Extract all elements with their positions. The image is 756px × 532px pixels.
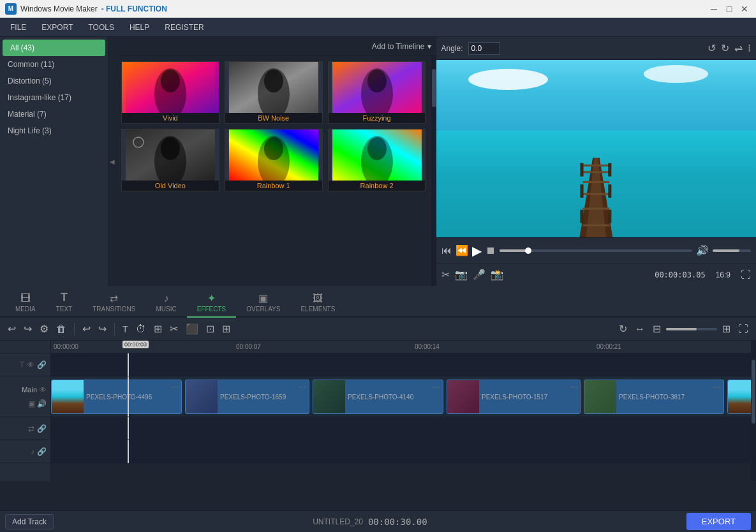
sub-track-swap-icon[interactable]: ⇄: [28, 424, 34, 433]
text-track-eye-icon[interactable]: 👁: [27, 360, 34, 369]
text-track-link-icon[interactable]: 🔗: [37, 360, 47, 369]
main-track-box-icon[interactable]: ▣: [28, 399, 35, 408]
tab-text[interactable]: T TEXT: [46, 287, 83, 318]
menu-tools[interactable]: TOOLS: [80, 20, 121, 34]
filter-material[interactable]: Material (7): [0, 106, 108, 122]
tab-effects[interactable]: ✦ EFFECTS: [187, 288, 237, 318]
flip-icon[interactable]: ⇌: [734, 42, 743, 54]
clip-4[interactable]: PEXELS-PHOTO-3817 ⋯: [584, 380, 724, 414]
mask-button[interactable]: ⊡: [204, 321, 217, 336]
filter-nightlife[interactable]: Night Life (3): [0, 122, 108, 139]
clip-3[interactable]: PEXELS-PHOTO-1517 ⋯: [447, 380, 581, 414]
text-add-button[interactable]: T: [120, 323, 131, 336]
zoom-slider[interactable]: [666, 328, 717, 330]
effect-bwnoise[interactable]: BW Noise: [225, 61, 323, 124]
tab-music[interactable]: ♪ MUSIC: [145, 289, 186, 318]
audio-track-link-icon[interactable]: 🔗: [37, 447, 47, 456]
menu-register[interactable]: REGISTER: [157, 20, 211, 34]
clip-5[interactable]: [727, 380, 751, 414]
sub-track-link-icon[interactable]: 🔗: [37, 424, 47, 433]
zoom-in-button[interactable]: ⊞: [720, 321, 733, 336]
effect-rainbow2[interactable]: Rainbow 2: [328, 129, 426, 191]
tab-overlays[interactable]: ▣ OVERLAYS: [236, 288, 290, 318]
expand-button[interactable]: ↔: [632, 322, 648, 336]
detach-button[interactable]: ↩: [80, 321, 93, 336]
crop-icon[interactable]: ✂: [441, 269, 450, 281]
sub-track-row[interactable]: [51, 417, 751, 440]
crop-timeline-button[interactable]: ⬛: [183, 321, 201, 336]
redo-icon[interactable]: ↻: [721, 42, 729, 54]
main-track-row[interactable]: PEXELS-PHOTO-4496 ⋯ PEXELS-PHOTO-1659 ⋯ …: [51, 376, 751, 417]
filter-instagram[interactable]: Instagram-like (17): [0, 89, 108, 106]
cursor-line-main: [128, 376, 129, 417]
clip-1-menu[interactable]: ⋯: [299, 383, 306, 392]
redo-button[interactable]: ↪: [21, 321, 34, 336]
angle-input[interactable]: [468, 42, 500, 55]
effect-oldvideo[interactable]: Old Video: [121, 129, 219, 191]
split-button[interactable]: ✂: [167, 321, 181, 336]
zoom-out-button[interactable]: ⊟: [650, 321, 663, 336]
tab-elements[interactable]: 🖼 ELEMENTS: [290, 289, 345, 318]
skip-start-button[interactable]: ⏮: [441, 245, 452, 256]
track-content[interactable]: 00:00:00 00:00:07 00:00:14 00:00:21 00:0…: [51, 341, 751, 481]
progress-bar[interactable]: [500, 249, 693, 252]
close-button[interactable]: ✕: [738, 3, 751, 15]
clip-2[interactable]: PEXELS-PHOTO-4140 ⋯: [313, 380, 443, 414]
undo-button[interactable]: ↩: [5, 321, 19, 336]
stop-button[interactable]: ⏹: [485, 245, 496, 256]
filter-distortion[interactable]: Distortion (5): [0, 73, 108, 89]
effect-fuzzying[interactable]: Fuzzying: [328, 61, 426, 124]
minimize-button[interactable]: ─: [708, 3, 720, 15]
screenshot-icon[interactable]: 📸: [491, 269, 503, 281]
window-controls[interactable]: ─ □ ✕: [708, 3, 751, 15]
tab-media[interactable]: 🎞 MEDIA: [5, 289, 46, 318]
filter-common[interactable]: Common (11): [0, 56, 108, 73]
prev-frame-button[interactable]: ⏪: [456, 244, 468, 256]
cursor-head[interactable]: 00:00:03: [122, 341, 149, 348]
add-track-button[interactable]: Add Track: [5, 514, 54, 529]
menu-export[interactable]: EXPORT: [34, 20, 80, 34]
audio-track-note-icon[interactable]: ♪: [31, 447, 34, 456]
progress-thumb: [525, 248, 531, 254]
audio-track-row[interactable]: [51, 440, 751, 463]
settings-button[interactable]: ⚙: [37, 321, 51, 336]
export-button[interactable]: EXPORT: [686, 513, 751, 530]
main-track-eye-icon[interactable]: 👁: [39, 385, 47, 394]
sidebar-collapse-handle[interactable]: ◀: [108, 37, 116, 286]
add-to-timeline-button[interactable]: Add to Timeline ▾: [372, 42, 431, 51]
play-button[interactable]: ▶: [472, 243, 482, 258]
attach-button[interactable]: ↪: [96, 321, 109, 336]
menu-help[interactable]: HELP: [122, 20, 157, 34]
effect-rainbow1[interactable]: Rainbow 1: [225, 129, 323, 191]
clip-1[interactable]: PEXELS-PHOTO-1659 ⋯: [185, 380, 309, 414]
clip-0-menu[interactable]: ⋯: [171, 383, 179, 392]
text-track-text-icon[interactable]: T: [20, 360, 24, 369]
delete-button[interactable]: 🗑: [54, 322, 69, 336]
main-track-volume-icon[interactable]: 🔊: [37, 399, 47, 408]
grid-button[interactable]: ⊞: [151, 321, 165, 336]
clip-2-menu[interactable]: ⋯: [433, 383, 440, 392]
filter-all[interactable]: All (43): [3, 40, 105, 56]
undo-icon[interactable]: ↺: [708, 42, 716, 54]
volume-bar[interactable]: [713, 249, 751, 252]
clip-0[interactable]: PEXELS-PHOTO-4496 ⋯: [51, 380, 182, 414]
mic-icon[interactable]: 🎤: [473, 269, 485, 281]
grid2-button[interactable]: ⊞: [219, 321, 233, 336]
fullscreen-button[interactable]: ⛶: [741, 269, 751, 281]
tab-transitions[interactable]: ⇄ TRANSITIONS: [82, 288, 145, 318]
timeline-scrollbar[interactable]: [751, 341, 756, 481]
clip-3-menu[interactable]: ⋯: [570, 383, 577, 392]
fullscreen-timeline-button[interactable]: ⛶: [736, 322, 751, 336]
text-track-row[interactable]: [51, 353, 751, 376]
loop-button[interactable]: ↻: [616, 321, 630, 336]
menu-file[interactable]: FILE: [3, 20, 34, 34]
more-icon[interactable]: ⁞: [748, 42, 751, 54]
maximize-button[interactable]: □: [723, 3, 736, 15]
preview-toolbar: Angle: ↺ ↻ ⇌ ⁞: [436, 37, 757, 60]
camera-icon[interactable]: 📷: [455, 269, 468, 281]
effects-scrollbar[interactable]: [431, 56, 436, 286]
time-button[interactable]: ⏱: [133, 322, 149, 336]
clip-4-menu[interactable]: ⋯: [713, 383, 721, 392]
volume-icon[interactable]: 🔊: [696, 244, 709, 256]
effect-vivid[interactable]: Vivid: [121, 61, 219, 124]
